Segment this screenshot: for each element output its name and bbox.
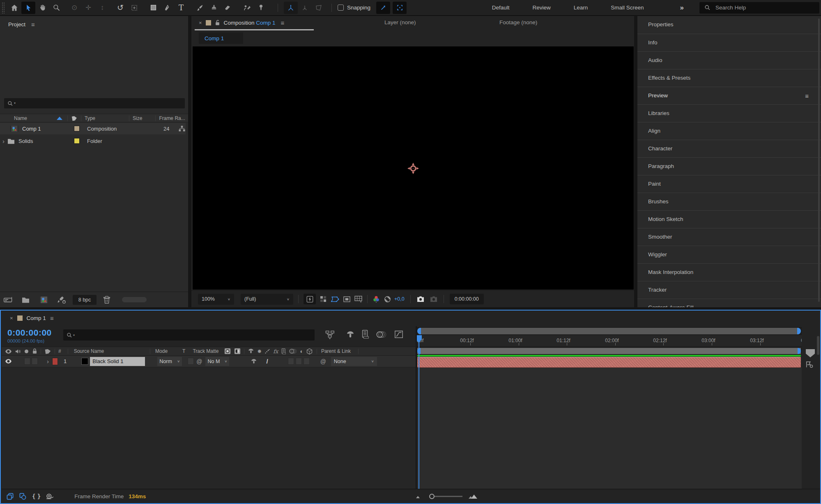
shy-icon[interactable] <box>248 348 254 354</box>
track-matte-select[interactable]: No M∨ <box>205 357 229 366</box>
footage-tab[interactable]: Footage (none) <box>499 19 537 25</box>
column-type[interactable]: Type <box>85 115 95 121</box>
panel-align[interactable]: Align <box>637 122 821 140</box>
render-time-snail-icon[interactable] <box>46 493 55 499</box>
sort-ascending-icon[interactable] <box>57 117 62 120</box>
zoom-out-mountain-icon[interactable] <box>416 494 422 499</box>
layer-visibility-eye-icon[interactable] <box>5 359 12 364</box>
fast-previews-icon[interactable] <box>304 294 316 304</box>
workspace-small-screen[interactable]: Small Screen <box>599 5 655 11</box>
snapping-checkbox[interactable] <box>338 5 344 11</box>
view-axis-mode-icon[interactable] <box>312 2 326 14</box>
layer-tab[interactable]: Layer (none) <box>384 19 416 25</box>
panel-info[interactable]: Info <box>637 34 821 51</box>
panel-content-aware-fill[interactable]: Content-Aware Fill <box>637 299 821 307</box>
panel-menu-icon[interactable]: ≡ <box>805 87 809 105</box>
label-color-swatch[interactable] <box>74 126 80 131</box>
label-color-swatch[interactable] <box>74 138 80 144</box>
snapshot-camera-icon[interactable] <box>416 296 425 302</box>
audio-speaker-icon[interactable] <box>15 348 21 354</box>
help-search-box[interactable]: Search Help <box>699 2 819 14</box>
panel-libraries[interactable]: Libraries <box>637 104 821 122</box>
workspace-overflow-icon[interactable]: » <box>655 4 699 12</box>
snap-arrow-toggle[interactable] <box>376 2 390 14</box>
frame-blend-icon[interactable] <box>281 348 286 354</box>
pan-camera-tool[interactable]: ✛ <box>81 2 95 14</box>
rotate-tool[interactable]: ↺ <box>113 2 127 14</box>
expand-arrow-icon[interactable]: › <box>2 138 5 145</box>
color-depth-button[interactable]: 8 bpc <box>73 295 97 305</box>
column-parent-link[interactable]: Parent & Link <box>321 348 351 354</box>
time-navigator-bar[interactable] <box>417 328 801 334</box>
column-source-name[interactable]: Source Name <box>74 348 104 354</box>
alpha-inverted-matte-icon[interactable] <box>234 348 241 354</box>
quality-icon[interactable] <box>264 348 270 354</box>
work-area-bar[interactable] <box>417 348 801 354</box>
home-tool[interactable] <box>7 2 21 14</box>
panel-paint[interactable]: Paint <box>637 175 821 193</box>
panel-character[interactable]: Character <box>637 140 821 157</box>
layer-source-name[interactable]: Black Solid 1 <box>90 357 145 366</box>
zoom-slider-track[interactable] <box>435 496 462 497</box>
project-row-comp1[interactable]: Comp 1 Composition 24 <box>0 123 186 134</box>
panel-motion-sketch[interactable]: Motion Sketch <box>637 210 821 228</box>
work-area-track[interactable] <box>417 348 802 354</box>
layer-row[interactable]: › 1 Black Solid 1 Norm∨ @ No M∨ / @ None… <box>2 356 416 367</box>
project-row-solids[interactable]: › Solids Folder <box>0 135 186 147</box>
layer-expand-arrow-icon[interactable]: › <box>47 358 49 365</box>
resolution-select[interactable]: (Full)∨ <box>241 294 293 305</box>
parent-pick-whip-icon[interactable]: @ <box>320 358 326 365</box>
motion-blur-icon[interactable] <box>376 331 387 338</box>
solo-icon[interactable] <box>25 350 28 353</box>
comp-button-icon[interactable] <box>805 361 814 368</box>
composition-viewport[interactable] <box>193 46 634 290</box>
composition-tab[interactable]: × Composition Comp 1 ≡ <box>195 16 288 30</box>
panel-wiggler[interactable]: Wiggler <box>637 246 821 263</box>
panel-menu-icon[interactable]: ≡ <box>281 19 285 26</box>
eraser-tool[interactable] <box>221 2 235 14</box>
track-matte-pick-whip-icon[interactable]: @ <box>196 358 202 365</box>
quality-toggle-icon[interactable]: / <box>266 358 268 365</box>
timeline-tab-label[interactable]: Comp 1 <box>27 315 46 321</box>
expand-in-out-panes-icon[interactable]: { } <box>32 493 40 499</box>
project-search-input[interactable]: ▾ <box>4 98 185 108</box>
3d-layer-icon[interactable] <box>306 348 313 354</box>
alpha-matte-icon[interactable] <box>224 348 231 354</box>
panel-tracker[interactable]: Tracker <box>637 281 821 299</box>
panel-mask-interpolation[interactable]: Mask Interpolation <box>637 263 821 281</box>
snap-bounds-toggle[interactable] <box>393 2 407 14</box>
collapse-transformations-icon[interactable]: ✹ <box>257 348 262 354</box>
solo-toggle-box[interactable] <box>32 358 38 365</box>
snapping-control[interactable]: Snapping <box>338 5 370 11</box>
timeline-vertical-scrollbar[interactable] <box>817 336 819 355</box>
workspace-learn[interactable]: Learn <box>562 5 600 11</box>
tab-close-icon[interactable]: × <box>10 315 13 321</box>
label-tag-icon[interactable] <box>71 115 78 122</box>
delete-trash-icon[interactable] <box>103 296 110 304</box>
adjustment-layer-icon[interactable]: ◐ <box>300 348 303 354</box>
panel-menu-icon[interactable]: ≡ <box>50 315 54 322</box>
expand-transfer-controls-icon[interactable] <box>19 493 26 500</box>
zoom-in-mountains-icon[interactable] <box>468 494 478 499</box>
shy-toggle-icon[interactable] <box>251 359 257 364</box>
preserve-transparency-box[interactable] <box>188 358 194 365</box>
switch-box-3[interactable] <box>304 358 310 365</box>
pan-behind-tool[interactable] <box>127 2 141 14</box>
playhead-line[interactable] <box>419 335 419 489</box>
column-size[interactable]: Size <box>133 115 142 121</box>
new-composition-icon[interactable] <box>39 296 49 304</box>
parent-link-select[interactable]: None∨ <box>331 357 377 366</box>
preview-time-display[interactable]: 0:00:00:00 <box>450 294 484 304</box>
column-track-matte[interactable]: Track Matte <box>193 348 218 354</box>
draft-3d-icon[interactable] <box>346 330 355 339</box>
mask-visibility-icon[interactable] <box>331 296 339 302</box>
region-of-interest-icon[interactable] <box>343 296 350 302</box>
panel-preview[interactable]: Preview≡ <box>637 87 821 104</box>
brush-tool[interactable] <box>193 2 207 14</box>
anchor-point-icon[interactable] <box>407 162 419 175</box>
zoom-tool[interactable] <box>49 2 63 14</box>
frame-blending-icon[interactable] <box>361 330 369 339</box>
zoom-slider-knob[interactable] <box>429 494 435 499</box>
time-navigator-end-handle[interactable] <box>797 328 801 334</box>
dolly-camera-tool[interactable]: ↕ <box>95 2 109 14</box>
